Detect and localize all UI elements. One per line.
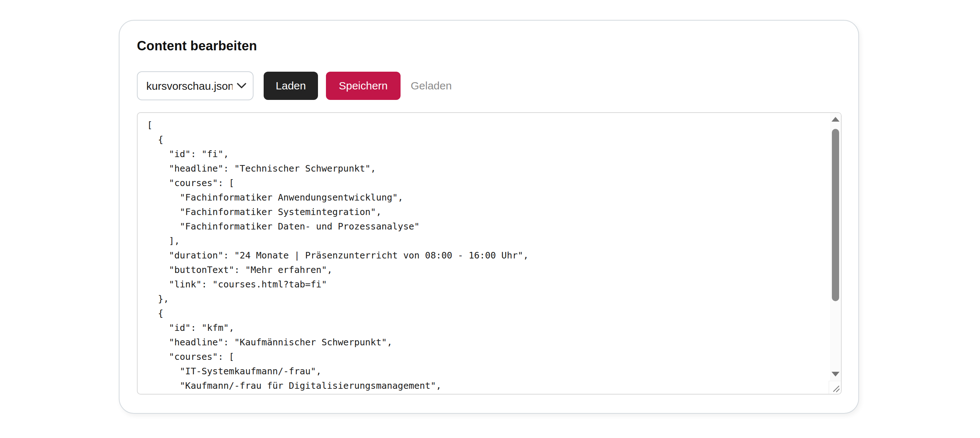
triangle-down-icon: [832, 372, 840, 376]
editor-scrollbar[interactable]: [830, 113, 841, 394]
resize-grip-icon[interactable]: [830, 383, 840, 392]
file-select-wrap: kursvorschau.json: [137, 71, 253, 100]
json-editor: [ { "id": "fi", "headline": "Technischer…: [137, 112, 842, 395]
resize-corner: [829, 381, 841, 394]
page-title: Content bearbeiten: [137, 38, 841, 54]
triangle-up-icon: [832, 117, 840, 122]
status-text: Geladen: [411, 79, 452, 92]
scrollbar-thumb[interactable]: [832, 129, 839, 301]
save-button[interactable]: Speichern: [326, 72, 401, 100]
toolbar: kursvorschau.json Laden Speichern Gelade…: [137, 71, 841, 100]
scroll-up-button[interactable]: [830, 113, 841, 125]
file-select[interactable]: kursvorschau.json: [137, 71, 253, 100]
json-editor-textarea[interactable]: [ { "id": "fi", "headline": "Technischer…: [138, 113, 841, 394]
scroll-down-button[interactable]: [830, 368, 841, 380]
load-button[interactable]: Laden: [264, 72, 318, 100]
content-editor-card: Content bearbeiten kursvorschau.json Lad…: [119, 20, 859, 414]
